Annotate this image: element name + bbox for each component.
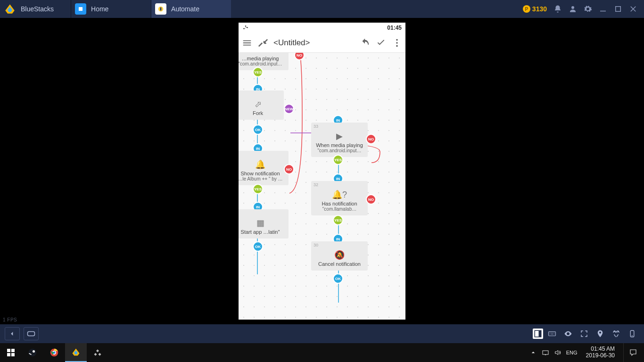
svg-rect-4 (616, 7, 621, 12)
block-label: Fork (239, 110, 281, 116)
svg-rect-15 (632, 336, 633, 336)
tray-network-icon[interactable] (542, 349, 549, 356)
fork-icon: ⬀ (239, 100, 281, 108)
block-when-media-playing[interactable]: 33 ▶ When media playing "com.android.inp… (311, 123, 368, 157)
tray-date: 2019-06-30 (586, 353, 615, 359)
block-media-playing-partial[interactable]: …media playing "com.android.input… (239, 53, 289, 70)
block-show-notification[interactable]: 🔔 Show notification …le Album ++ " by … (239, 151, 289, 185)
tab-home[interactable]: Home (71, 0, 151, 18)
block-start-app[interactable]: ▦ Start app …latin" (239, 209, 289, 239)
maximize-icon[interactable] (614, 5, 622, 13)
port-new[interactable]: NEW (284, 104, 294, 114)
block-has-notification[interactable]: 32 🔔? Has notification "com.llamalab… (311, 181, 368, 215)
bluestacks-right-controls: P 3130 (516, 0, 644, 18)
coin-icon: P (523, 5, 530, 13)
svg-rect-19 (11, 353, 15, 356)
start-button[interactable] (0, 343, 22, 362)
undo-icon[interactable] (359, 37, 371, 49)
overflow-menu-icon[interactable] (391, 37, 403, 49)
block-cancel-notification[interactable]: 30 🔕 Cancel notification (311, 241, 368, 271)
android-home-button[interactable] (24, 327, 39, 340)
home-tab-icon (75, 3, 86, 15)
port-no[interactable]: NO (294, 53, 305, 60)
taskbar-app-icon[interactable] (87, 343, 108, 362)
bluestacks-title: BlueStacks (21, 5, 54, 13)
account-icon[interactable] (569, 5, 577, 13)
svg-rect-0 (79, 7, 83, 11)
port-no[interactable]: NO (366, 134, 376, 144)
android-screen: 01:45 <Untitled> (239, 23, 405, 320)
block-label: Has notification (314, 201, 365, 206)
port-no[interactable]: NO (366, 194, 376, 205)
flow-canvas[interactable]: …media playing "com.android.input… NO YE… (239, 53, 405, 320)
notification-query-icon: 🔔? (314, 190, 365, 199)
tray-expand-icon[interactable] (529, 349, 537, 356)
location-button[interactable] (593, 327, 607, 341)
svg-point-6 (396, 42, 398, 44)
tray-volume-icon[interactable] (554, 349, 561, 356)
svg-rect-25 (543, 351, 548, 354)
block-sublabel: "com.android.input… (239, 61, 286, 66)
taskbar-chrome-icon[interactable] (43, 343, 65, 362)
port-yes[interactable]: YES (333, 215, 343, 225)
close-icon[interactable] (629, 5, 637, 13)
svg-point-7 (396, 45, 398, 47)
automate-toolbar: <Untitled> (239, 33, 405, 53)
keyboard-controls-button[interactable] (545, 327, 559, 341)
app-launch-icon: ▦ (239, 219, 286, 227)
svg-rect-26 (545, 354, 546, 355)
screenshot-button[interactable] (609, 327, 623, 341)
port-yes[interactable]: YES (253, 67, 263, 77)
play-icon: ▶ (314, 132, 365, 140)
svg-rect-17 (11, 349, 15, 352)
port-yes[interactable]: YES (333, 155, 343, 165)
block-label: When media playing (314, 142, 365, 148)
port-no[interactable]: NO (284, 164, 294, 174)
rotation-lock-icon (242, 25, 249, 31)
tray-clock[interactable]: 01:45 AM 2019-06-30 (582, 346, 619, 359)
drawer-icon[interactable] (241, 37, 253, 49)
port-ok[interactable]: OK (253, 241, 263, 252)
svg-point-20 (29, 349, 37, 357)
tools-icon[interactable] (257, 37, 269, 49)
block-fork[interactable]: ⬀ Fork (239, 90, 284, 120)
device-button[interactable] (625, 327, 639, 341)
bell-off-icon: 🔕 (314, 251, 365, 259)
block-id: 30 (314, 243, 318, 247)
coins-indicator[interactable]: P 3130 (523, 5, 547, 13)
svg-rect-10 (539, 330, 541, 337)
tray-language[interactable]: ENG (566, 350, 578, 355)
action-center-icon[interactable] (623, 343, 642, 362)
block-sublabel: "com.llamalab… (314, 206, 365, 212)
block-sublabel: …le Album ++ " by … (239, 176, 286, 181)
android-status-bar: 01:45 (239, 23, 405, 33)
windows-taskbar: ENG 01:45 AM 2019-06-30 (0, 343, 644, 362)
svg-rect-16 (7, 349, 10, 352)
automate-title: <Untitled> (273, 38, 310, 48)
settings-icon[interactable] (584, 5, 592, 13)
android-back-button[interactable] (5, 327, 20, 340)
fps-overlay: 1 FPS (3, 317, 17, 322)
visibility-button[interactable] (561, 327, 575, 341)
android-clock: 01:45 (387, 25, 402, 31)
accept-icon[interactable] (375, 37, 387, 49)
tab-automate[interactable]: Automate (151, 0, 231, 18)
toggle-sidebar-button[interactable] (533, 329, 543, 339)
taskbar-steam-icon[interactable] (22, 343, 43, 362)
tray-time: 01:45 AM (586, 346, 615, 353)
minimize-icon[interactable] (599, 5, 607, 13)
coins-value: 3130 (532, 5, 547, 13)
notifications-icon[interactable] (553, 5, 562, 13)
block-label: Cancel notification (314, 261, 365, 267)
svg-point-12 (614, 330, 615, 332)
svg-rect-8 (28, 332, 35, 336)
port-ok[interactable]: OK (333, 273, 343, 284)
svg-point-21 (33, 350, 35, 353)
block-label: Start app …latin" (239, 229, 286, 235)
svg-point-2 (571, 6, 574, 9)
port-ok[interactable]: OK (253, 124, 263, 135)
bluestacks-titlebar: BlueStacks Home Automate P 3130 (0, 0, 644, 18)
port-yes[interactable]: YES (253, 184, 263, 194)
fullscreen-button[interactable] (577, 327, 591, 341)
taskbar-bluestacks-icon[interactable] (65, 343, 87, 362)
